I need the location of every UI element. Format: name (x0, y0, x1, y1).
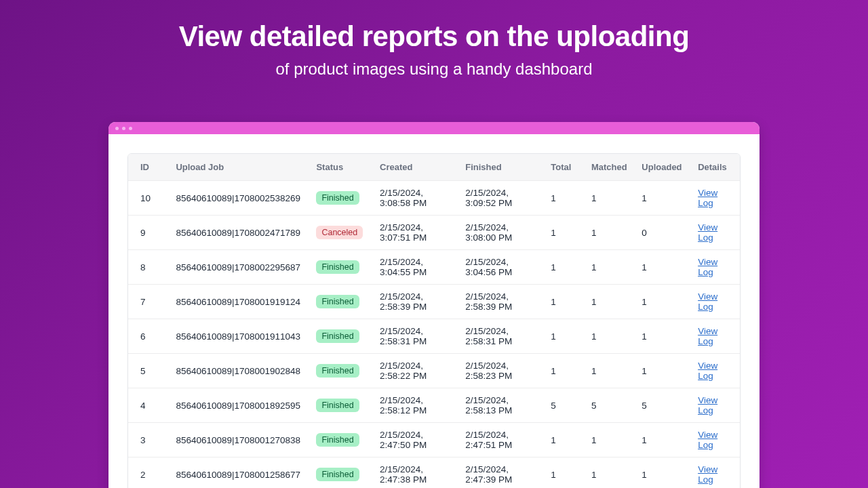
cell-created: 2/15/2024, 3:08:58 PM (373, 181, 458, 216)
cell-id: 5 (128, 354, 169, 388)
cell-finished: 2/15/2024, 3:08:00 PM (458, 216, 544, 250)
cell-job: 85640610089|1708002471789 (169, 216, 309, 250)
browser-frame: ID Upload Job Status Created Finished To… (108, 122, 760, 488)
cell-details: View Log (691, 285, 740, 319)
cell-status: Finished (309, 388, 373, 423)
table-row: 885640610089|1708002295687Finished2/15/2… (128, 250, 740, 285)
cell-uploaded: 1 (635, 458, 691, 489)
cell-created: 2/15/2024, 2:58:39 PM (373, 285, 458, 319)
cell-total: 1 (544, 354, 585, 388)
view-log-link[interactable]: View Log (698, 222, 717, 243)
status-badge: Finished (316, 329, 359, 343)
cell-uploaded: 1 (635, 423, 691, 458)
table-row: 485640610089|1708001892595Finished2/15/2… (128, 388, 740, 423)
hero: View detailed reports on the uploading o… (0, 0, 868, 79)
cell-id: 4 (128, 388, 169, 423)
cell-status: Finished (309, 319, 373, 354)
cell-status: Finished (309, 458, 373, 489)
cell-job: 85640610089|1708002538269 (169, 181, 309, 216)
header-created: Created (373, 154, 458, 181)
cell-status: Finished (309, 354, 373, 388)
cell-finished: 2/15/2024, 2:47:39 PM (458, 458, 544, 489)
status-badge: Finished (316, 468, 359, 481)
cell-matched: 1 (585, 181, 635, 216)
cell-matched: 1 (585, 423, 635, 458)
view-log-link[interactable]: View Log (698, 257, 717, 277)
cell-matched: 1 (585, 458, 635, 489)
cell-total: 1 (544, 216, 585, 250)
cell-total: 1 (544, 285, 585, 319)
cell-status: Canceled (309, 216, 373, 250)
cell-uploaded: 1 (635, 250, 691, 285)
cell-total: 1 (544, 458, 585, 489)
cell-details: View Log (691, 388, 740, 423)
table-header-row: ID Upload Job Status Created Finished To… (128, 154, 740, 181)
cell-status: Finished (309, 423, 373, 458)
hero-subtitle: of product images using a handy dashboar… (0, 60, 868, 79)
cell-created: 2/15/2024, 2:58:12 PM (373, 388, 458, 423)
status-badge: Finished (316, 433, 359, 447)
cell-created: 2/15/2024, 3:07:51 PM (373, 216, 458, 250)
cell-finished: 2/15/2024, 2:58:13 PM (458, 388, 544, 423)
cell-matched: 1 (585, 319, 635, 354)
cell-details: View Log (691, 250, 740, 285)
status-badge: Finished (316, 364, 359, 378)
cell-job: 85640610089|1708001892595 (169, 388, 309, 423)
status-badge: Finished (316, 260, 359, 274)
cell-id: 8 (128, 250, 169, 285)
cell-status: Finished (309, 285, 373, 319)
window-dot-icon (129, 127, 132, 130)
cell-finished: 2/15/2024, 2:58:23 PM (458, 354, 544, 388)
cell-total: 1 (544, 319, 585, 354)
status-badge: Finished (316, 399, 359, 412)
cell-uploaded: 1 (635, 285, 691, 319)
cell-matched: 1 (585, 250, 635, 285)
view-log-link[interactable]: View Log (698, 291, 717, 312)
cell-total: 1 (544, 250, 585, 285)
table-row: 1085640610089|1708002538269Finished2/15/… (128, 181, 740, 216)
cell-created: 2/15/2024, 2:58:22 PM (373, 354, 458, 388)
view-log-link[interactable]: View Log (698, 464, 717, 485)
cell-id: 10 (128, 181, 169, 216)
table-row: 285640610089|1708001258677Finished2/15/2… (128, 458, 740, 489)
status-badge: Finished (316, 295, 359, 308)
header-status: Status (309, 154, 373, 181)
status-badge: Finished (316, 191, 359, 205)
view-log-link[interactable]: View Log (698, 361, 717, 381)
cell-matched: 5 (585, 388, 635, 423)
cell-details: View Log (691, 181, 740, 216)
cell-matched: 1 (585, 216, 635, 250)
cell-uploaded: 5 (635, 388, 691, 423)
cell-id: 6 (128, 319, 169, 354)
frame-body: ID Upload Job Status Created Finished To… (108, 134, 760, 488)
hero-title: View detailed reports on the uploading (0, 20, 868, 53)
cell-details: View Log (691, 319, 740, 354)
window-dot-icon (115, 127, 119, 130)
header-details: Details (691, 154, 740, 181)
view-log-link[interactable]: View Log (698, 188, 717, 208)
table-row: 585640610089|1708001902848Finished2/15/2… (128, 354, 740, 388)
view-log-link[interactable]: View Log (698, 326, 717, 346)
cell-details: View Log (691, 354, 740, 388)
cell-uploaded: 1 (635, 181, 691, 216)
cell-created: 2/15/2024, 2:58:31 PM (373, 319, 458, 354)
header-id: ID (128, 154, 169, 181)
cell-status: Finished (309, 250, 373, 285)
window-dot-icon (122, 127, 125, 130)
view-log-link[interactable]: View Log (698, 395, 717, 415)
cell-matched: 1 (585, 285, 635, 319)
cell-job: 85640610089|1708001919124 (169, 285, 309, 319)
cell-uploaded: 0 (635, 216, 691, 250)
cell-job: 85640610089|1708002295687 (169, 250, 309, 285)
status-badge: Canceled (316, 226, 363, 239)
cell-total: 5 (544, 388, 585, 423)
header-uploaded: Uploaded (635, 154, 691, 181)
cell-id: 7 (128, 285, 169, 319)
cell-finished: 2/15/2024, 2:58:39 PM (458, 285, 544, 319)
cell-details: View Log (691, 458, 740, 489)
view-log-link[interactable]: View Log (698, 430, 717, 450)
table-row: 685640610089|1708001911043Finished2/15/2… (128, 319, 740, 354)
cell-created: 2/15/2024, 3:04:55 PM (373, 250, 458, 285)
cell-id: 2 (128, 458, 169, 489)
jobs-card: ID Upload Job Status Created Finished To… (127, 153, 741, 488)
